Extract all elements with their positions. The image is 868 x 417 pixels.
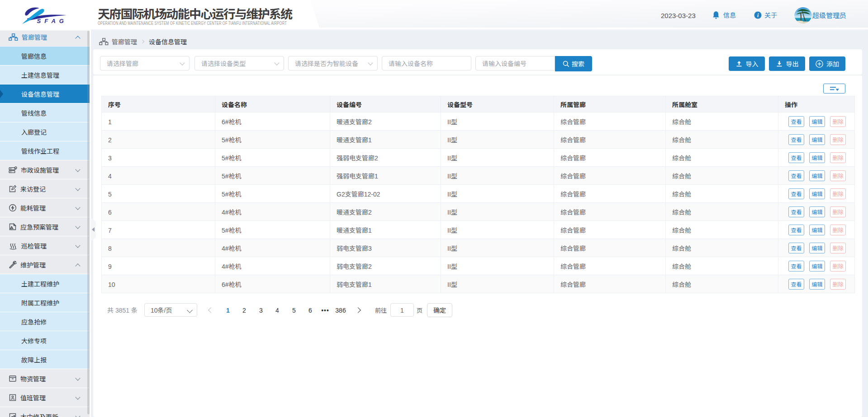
svg-text:SFAG: SFAG: [37, 18, 67, 24]
